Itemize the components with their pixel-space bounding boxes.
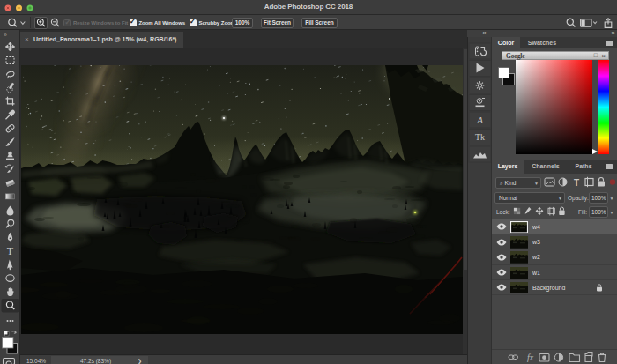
svg-text:T: T [574, 178, 579, 188]
svg-text:T: T [7, 245, 14, 257]
svg-text:fx: fx [527, 353, 534, 362]
svg-text:»: » [4, 32, 7, 38]
svg-text:A: A [476, 115, 483, 125]
svg-text:Tk: Tk [475, 132, 485, 142]
